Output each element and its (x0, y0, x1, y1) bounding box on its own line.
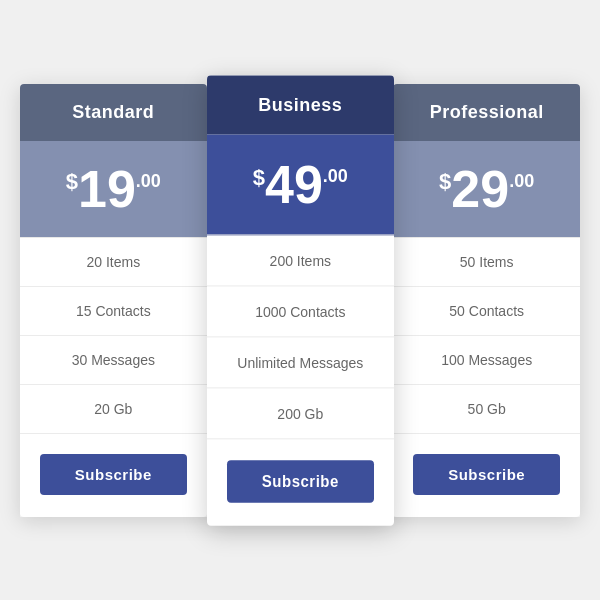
feature-item-standard-1: 15 Contacts (20, 287, 207, 336)
plan-features-professional: 50 Items 50 Contacts 100 Messages 50 Gb (393, 238, 580, 434)
plan-features-business: 200 Items 1000 Contacts Unlimited Messag… (207, 235, 394, 439)
subscribe-button-professional[interactable]: Subscribe (413, 454, 560, 495)
price-cents-business: .00 (323, 165, 348, 187)
price-main-standard: 19 (78, 163, 136, 215)
plan-price-standard: $ 19 .00 (20, 141, 207, 238)
plan-standard: Standard $ 19 .00 20 Items 15 Contacts 3… (20, 84, 207, 517)
price-main-business: 49 (265, 157, 323, 211)
plan-professional: Professional $ 29 .00 50 Items 50 Contac… (393, 84, 580, 517)
feature-item-business-0: 200 Items (207, 235, 394, 286)
plan-price-business: $ 49 .00 (207, 134, 394, 235)
feature-item-professional-0: 50 Items (393, 238, 580, 287)
plan-header-professional: Professional (393, 84, 580, 141)
pricing-table: Standard $ 19 .00 20 Items 15 Contacts 3… (20, 84, 580, 517)
plan-price-professional: $ 29 .00 (393, 141, 580, 238)
feature-item-business-1: 1000 Contacts (207, 286, 394, 337)
plan-header-standard: Standard (20, 84, 207, 141)
plan-header-business: Business (207, 75, 394, 134)
feature-item-standard-0: 20 Items (20, 238, 207, 287)
plan-footer-business: Subscribe (207, 439, 394, 525)
price-cents-standard: .00 (136, 171, 161, 192)
feature-item-professional-3: 50 Gb (393, 385, 580, 434)
subscribe-button-standard[interactable]: Subscribe (40, 454, 187, 495)
feature-item-business-2: Unlimited Messages (207, 337, 394, 388)
feature-item-professional-1: 50 Contacts (393, 287, 580, 336)
price-wrap-business: $ 49 .00 (252, 157, 347, 211)
price-dollar-business: $ (252, 163, 264, 190)
price-wrap-standard: $ 19 .00 (66, 163, 161, 215)
plan-name-business: Business (258, 94, 342, 115)
price-main-professional: 29 (451, 163, 509, 215)
price-dollar-professional: $ (439, 169, 451, 195)
feature-item-standard-3: 20 Gb (20, 385, 207, 434)
plan-name-professional: Professional (430, 102, 544, 122)
feature-item-professional-2: 100 Messages (393, 336, 580, 385)
plan-footer-standard: Subscribe (20, 434, 207, 517)
feature-item-business-3: 200 Gb (207, 388, 394, 439)
subscribe-button-business[interactable]: Subscribe (227, 460, 374, 503)
plan-business: Business $ 49 .00 200 Items 1000 Contact… (207, 75, 394, 525)
price-cents-professional: .00 (509, 171, 534, 192)
plan-footer-professional: Subscribe (393, 434, 580, 517)
price-dollar-standard: $ (66, 169, 78, 195)
feature-item-standard-2: 30 Messages (20, 336, 207, 385)
plan-name-standard: Standard (72, 102, 154, 122)
plan-features-standard: 20 Items 15 Contacts 30 Messages 20 Gb (20, 238, 207, 434)
price-wrap-professional: $ 29 .00 (439, 163, 534, 215)
